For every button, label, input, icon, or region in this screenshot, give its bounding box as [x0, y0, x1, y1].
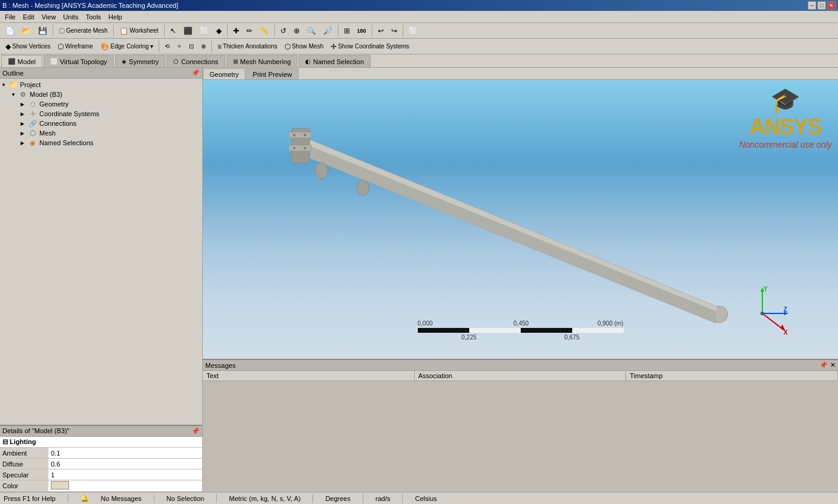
- model-arrow: ▼: [11, 92, 18, 97]
- zoom-180-button[interactable]: 180: [354, 24, 369, 38]
- scale-seg2: [469, 328, 521, 333]
- select-button[interactable]: ↖: [167, 24, 179, 38]
- tree-item-coord[interactable]: ▶ ✛ Coordinate Systems: [1, 109, 201, 119]
- tab-connections[interactable]: ⬡ Connections: [167, 55, 225, 67]
- specular-value[interactable]: 1: [48, 470, 202, 480]
- zoom-region-button[interactable]: ⊞: [341, 24, 353, 38]
- tree-item-connections[interactable]: ▶ 🔗 Connections: [1, 119, 201, 128]
- tab-mesh-numbering[interactable]: ⊞ Mesh Numbering: [226, 55, 298, 67]
- tree-item-mesh[interactable]: ▶ ⬡ Mesh: [1, 128, 201, 138]
- tree-item-geometry[interactable]: ▶ ⬡ Geometry: [1, 99, 201, 109]
- named-arrow: ▶: [21, 140, 28, 146]
- select-edge-button[interactable]: ⬜: [197, 24, 212, 38]
- zoom-out-button[interactable]: 🔎: [320, 24, 335, 38]
- units-label: Metric (m, kg, N, s, V, A): [229, 495, 300, 502]
- select-face-button[interactable]: ⬛: [180, 24, 196, 38]
- conn-icon: ⬡: [173, 58, 179, 65]
- status-sep1: [68, 494, 68, 503]
- anno-btn2[interactable]: ✧: [174, 40, 185, 53]
- anno-btn3[interactable]: ⊡: [186, 40, 197, 53]
- status-sep3: [216, 494, 217, 503]
- probe-button[interactable]: ✚: [230, 24, 242, 38]
- sym-icon: ◈: [122, 58, 127, 65]
- coord-icon: ✛: [28, 110, 38, 118]
- diffuse-value[interactable]: 0.6: [48, 459, 202, 470]
- mesh-icon-tree: ⬡: [28, 129, 38, 137]
- scale-seg4: [572, 328, 624, 333]
- save-button[interactable]: 💾: [35, 24, 50, 38]
- coord-label: Coordinate Systems: [39, 110, 99, 117]
- sep2: [113, 25, 114, 37]
- anno-btn4[interactable]: ⊕: [198, 40, 209, 53]
- connections-label: Connections: [39, 120, 76, 127]
- undo-button[interactable]: ↩: [375, 24, 387, 38]
- open-button[interactable]: 📂: [19, 24, 34, 38]
- menu-view[interactable]: View: [38, 12, 60, 22]
- scale-labels-bottom: 0,225 0,675: [418, 334, 624, 341]
- tab-print-preview[interactable]: Print Preview: [246, 68, 299, 79]
- specular-row: Specular 1: [0, 470, 202, 480]
- svg-marker-4: [301, 136, 717, 311]
- generate-mesh-button[interactable]: ⬡ Generate Mesh: [56, 24, 111, 38]
- sep9: [159, 41, 159, 53]
- rotate-button[interactable]: ↺: [277, 24, 289, 38]
- wireframe-button[interactable]: ⬡ Wireframe: [54, 40, 96, 53]
- sep10: [211, 41, 212, 53]
- tab-named-selection[interactable]: ◐ Named Selection: [299, 55, 371, 67]
- edge-coloring-button[interactable]: 🎨 Edge Coloring ▾: [97, 40, 156, 53]
- tab-symmetry[interactable]: ◈ Symmetry: [115, 55, 166, 67]
- messages-close-icon[interactable]: ✕: [830, 361, 836, 369]
- tab-virtual-topology[interactable]: ⬜ Virtual Topology: [44, 55, 114, 67]
- menu-help[interactable]: Help: [105, 12, 126, 22]
- col-association: Association: [415, 371, 627, 381]
- color-value[interactable]: [48, 480, 202, 492]
- viewport-tabs: Geometry Print Preview: [203, 68, 838, 80]
- messages-pin-icon[interactable]: 📌: [819, 361, 828, 369]
- title-bar-controls[interactable]: – □ ✕: [808, 1, 836, 10]
- redo-button[interactable]: ↪: [388, 24, 400, 38]
- tree-item-project[interactable]: ▼ 📁 Project: [1, 80, 201, 90]
- anno-btn1[interactable]: ⟲: [162, 40, 173, 53]
- color-label: Color: [0, 480, 48, 492]
- maximize-button[interactable]: □: [817, 1, 826, 10]
- menu-edit[interactable]: Edit: [19, 12, 38, 22]
- select-vertex-button[interactable]: ◆: [213, 24, 225, 38]
- outline-pin-icon[interactable]: 📌: [191, 69, 200, 77]
- messages-panel: Messages 📌 ✕ Text Association Timestamp: [203, 359, 838, 492]
- show-mesh-button[interactable]: ⬡ Show Mesh: [282, 40, 326, 53]
- tree-item-model[interactable]: ▼ ⚙ Model (B3): [1, 90, 201, 99]
- window-button[interactable]: ⬜: [406, 24, 421, 38]
- thicken-button[interactable]: ≡ Thicken Annotations: [214, 40, 280, 53]
- show-coord-button[interactable]: ✛ Show Coordinate Systems: [328, 40, 412, 53]
- ambient-value[interactable]: 0.1: [48, 448, 202, 459]
- tab-conn-label: Connections: [181, 58, 218, 65]
- svg-rect-5: [292, 128, 309, 163]
- diffuse-row: Diffuse 0.6: [0, 459, 202, 470]
- show-vertices-button[interactable]: ◆ Show Vertices: [2, 40, 53, 53]
- sep6: [338, 25, 338, 37]
- outline-header: Outline 📌: [0, 68, 202, 79]
- sep1: [53, 25, 53, 37]
- details-pin-icon[interactable]: 📌: [191, 427, 200, 435]
- minimize-button[interactable]: –: [808, 1, 816, 10]
- svg-line-2: [301, 154, 717, 324]
- edge-coloring-arrow[interactable]: ▾: [150, 43, 153, 50]
- tab-model[interactable]: ⬛ Model: [1, 55, 42, 67]
- viewport[interactable]: 🎓 ANSYS Noncommercial use only 0,000 0,4…: [203, 80, 838, 359]
- ruler-button[interactable]: 📏: [257, 24, 272, 38]
- tree-item-named[interactable]: ▶ ◉ Named Selections: [1, 138, 201, 148]
- annotate-button[interactable]: ✏: [243, 24, 256, 38]
- zoom-fit-button[interactable]: ⊕: [291, 24, 303, 38]
- color-swatch[interactable]: [51, 481, 69, 489]
- worksheet-button[interactable]: 📋 Worksheet: [116, 24, 162, 38]
- close-button[interactable]: ✕: [827, 1, 836, 10]
- svg-point-10: [293, 147, 295, 149]
- menu-file[interactable]: File: [1, 12, 19, 22]
- status-sep2: [154, 494, 154, 503]
- tab-geometry[interactable]: Geometry: [203, 68, 245, 79]
- menu-units[interactable]: Units: [59, 12, 82, 22]
- zoom-in-button[interactable]: 🔍: [304, 24, 319, 38]
- viewport-area: Geometry Print Preview: [203, 68, 838, 492]
- menu-tools[interactable]: Tools: [82, 12, 105, 22]
- new-button[interactable]: 📄: [2, 24, 18, 38]
